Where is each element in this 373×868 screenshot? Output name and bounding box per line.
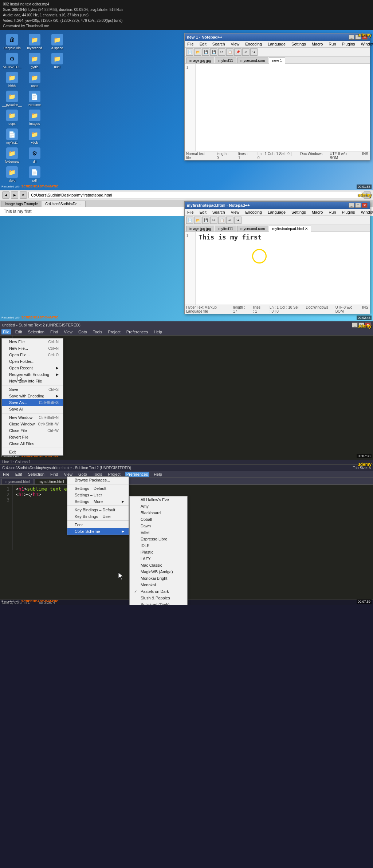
notepad1-run-menu[interactable]: Run	[327, 41, 337, 47]
sublime1-file-menu[interactable]: File	[1, 329, 11, 334]
toolbar2-copy[interactable]: 📋	[218, 217, 225, 224]
notepad2-minimize-button[interactable]: _	[349, 203, 354, 208]
desktop-icon-oops1[interactable]: 📁 oops	[1, 109, 23, 126]
notepad2-close-button[interactable]: ✕	[362, 203, 368, 208]
toolbar-new[interactable]: 📄	[186, 48, 193, 56]
notepad1-settings-menu[interactable]: Settings	[290, 41, 307, 47]
desktop-icon-images[interactable]: 📁 images	[24, 109, 45, 126]
scheme-macclassic[interactable]: Mac Classic	[130, 562, 187, 568]
notepad2-file-menu[interactable]: File	[186, 210, 195, 215]
sublime2-edit-menu[interactable]: Edit	[14, 472, 24, 477]
pref-keybindings-default[interactable]: Key Bindings – Default	[67, 507, 129, 513]
scheme-amy[interactable]: Amy	[130, 503, 187, 510]
toolbar-save[interactable]: 💾	[202, 48, 209, 56]
notepad1-encoding-menu[interactable]: Encoding	[244, 41, 263, 47]
notepad1-tab-myfirst11[interactable]: myfirst11	[215, 58, 236, 63]
file-menu-save-as[interactable]: Save As... Ctrl+Shift+S	[2, 399, 63, 406]
toolbar2-cut[interactable]: ✂	[210, 217, 217, 224]
sublime2-tab-mysecond[interactable]: mysecond.html	[1, 479, 34, 484]
pref-settings-more[interactable]: Settings – More ▶	[67, 498, 129, 505]
notepad1-window-menu[interactable]: Window	[360, 41, 373, 47]
toolbar2-open[interactable]: 📂	[194, 217, 201, 224]
sublime2-preferences-menu[interactable]: Preferences	[125, 472, 149, 477]
file-menu-newwindow[interactable]: New Window Ctrl+Shift+N	[2, 414, 63, 421]
notepad2-editor[interactable]: 1 This is my first	[185, 232, 370, 305]
sublime1-edit-menu[interactable]: Edit	[14, 329, 24, 334]
sublime1-editor-content[interactable]	[13, 336, 373, 448]
file-menu-openfolder[interactable]: Open Folder...	[2, 358, 63, 365]
notepad2-window-menu[interactable]: Window	[360, 210, 373, 215]
sublime2-view-menu[interactable]: View	[62, 472, 74, 477]
notepad1-language-menu[interactable]: Language	[267, 41, 287, 47]
desktop-icon-recyclebin[interactable]: 🗑 Recycle Bin	[1, 33, 23, 51]
sublime1-selection-menu[interactable]: Selection	[27, 329, 46, 334]
notepad1-edit-menu[interactable]: Edit	[199, 41, 208, 47]
desktop-icon-gyttis[interactable]: 📁 gyttis	[24, 52, 45, 70]
sublime2-tab-mysublime[interactable]: mysublime.html	[35, 479, 68, 484]
notepad2-encoding-menu[interactable]: Encoding	[244, 210, 263, 215]
pref-color-scheme[interactable]: Color Scheme ▶	[67, 528, 129, 535]
notepad2-tab-mysecond[interactable]: mysecond.com	[237, 226, 268, 231]
sublime2-file-menu[interactable]: File	[1, 472, 11, 477]
toolbar2-redo[interactable]: ↪	[234, 217, 242, 224]
scheme-espresso[interactable]: Espresso Libre	[130, 536, 187, 542]
desktop-icon-oops2[interactable]: 📁 oops	[24, 71, 45, 88]
toolbar2-save[interactable]: 💾	[202, 217, 209, 224]
scheme-slush[interactable]: Slush & Poppies	[130, 595, 187, 601]
notepad2-language-menu[interactable]: Language	[267, 210, 287, 215]
scheme-eiffel[interactable]: Eiffel	[130, 529, 187, 536]
desktop-icon-readme[interactable]: 📄 Readme	[24, 90, 45, 107]
sublime1-minimize-button[interactable]: _	[352, 322, 358, 328]
desktop-icon-hhhh[interactable]: 📁 hhhh	[1, 71, 23, 88]
desktop-icon-vbvb2[interactable]: 📁 vbvb	[24, 128, 45, 145]
file-menu-closeallfiles[interactable]: Close All Files	[2, 440, 63, 447]
scheme-magicwb[interactable]: MagicWB (Amiga)	[130, 568, 187, 575]
desktop-icon-activato[interactable]: ⚙ ACTIVATO...	[1, 52, 23, 70]
notepad1-tab-new1[interactable]: new 1	[269, 58, 285, 64]
scheme-iplastic[interactable]: iPlastic	[130, 549, 187, 555]
notepad1-minimize-button[interactable]: _	[349, 35, 354, 40]
toolbar-undo[interactable]: ↩	[242, 48, 250, 56]
desktop-icon-pycache[interactable]: 📁 __pycache__	[1, 90, 23, 107]
toolbar-open[interactable]: 📂	[194, 48, 201, 56]
sublime2-project-menu[interactable]: Project	[107, 472, 122, 477]
scheme-allhallows[interactable]: All Hallow's Eve	[130, 496, 187, 503]
scheme-pastelsdark[interactable]: ✓Pastels on Dark	[130, 588, 187, 595]
notepad2-macro-menu[interactable]: Macro	[311, 210, 324, 215]
notepad1-search-menu[interactable]: Search	[211, 41, 226, 47]
scheme-blackboard[interactable]: Blackboard	[130, 510, 187, 516]
desktop-icon-vbvb[interactable]: 📁 vbvb	[1, 166, 23, 183]
sublime2-tools-menu[interactable]: Tools	[91, 472, 104, 477]
scheme-monokaibright[interactable]: Monokai Bright	[130, 575, 187, 582]
file-menu-newview[interactable]: New View into File	[2, 378, 63, 384]
pref-settings-default[interactable]: Settings – Default	[67, 485, 129, 492]
scheme-monokai[interactable]: Monokai	[130, 582, 187, 588]
browser-tab-image-example[interactable]: Image tags Example	[1, 201, 41, 207]
browser-address-bar[interactable]	[28, 192, 362, 198]
notepad1-tab-imagejpg[interactable]: image jpg jpg	[186, 58, 214, 63]
toolbar-paste[interactable]: 📌	[234, 48, 242, 56]
sublime2-selection-menu[interactable]: Selection	[27, 472, 46, 477]
sublime1-preferences-menu[interactable]: Preferences	[125, 329, 149, 334]
file-menu-save[interactable]: Save Ctrl+S	[2, 386, 63, 393]
notepad1-file-menu[interactable]: File	[186, 41, 195, 47]
toolbar-copy[interactable]: 📋	[226, 48, 233, 56]
notepad1-view-menu[interactable]: View	[230, 41, 241, 47]
notepad2-view-menu[interactable]: View	[230, 210, 241, 215]
scheme-dawn[interactable]: Dawn	[130, 523, 187, 529]
sublime2-goto-menu[interactable]: Goto	[77, 472, 89, 477]
scheme-cobalt[interactable]: Cobalt	[130, 516, 187, 523]
desktop-icon-uuhl[interactable]: 📁 uuhl	[47, 52, 68, 70]
scheme-idle[interactable]: IDLE	[130, 542, 187, 549]
sublime1-help-menu[interactable]: Help	[152, 329, 164, 334]
notepad2-search-menu[interactable]: Search	[211, 210, 226, 215]
notepad1-plugins-menu[interactable]: Plugins	[341, 41, 356, 47]
toolbar2-undo[interactable]: ↩	[226, 217, 233, 224]
notepad2-maximize-button[interactable]: □	[355, 203, 361, 208]
notepad2-editor-content[interactable]: This is my first	[196, 232, 370, 305]
file-menu-newfile2[interactable]: New File... Ctrl+N	[2, 345, 63, 352]
sublime2-help-menu[interactable]: Help	[152, 472, 164, 477]
toolbar-save-all[interactable]: 💾	[210, 48, 217, 56]
notepad2-run-menu[interactable]: Run	[327, 210, 337, 215]
pref-keybindings-user[interactable]: Key Bindings – User	[67, 513, 129, 520]
